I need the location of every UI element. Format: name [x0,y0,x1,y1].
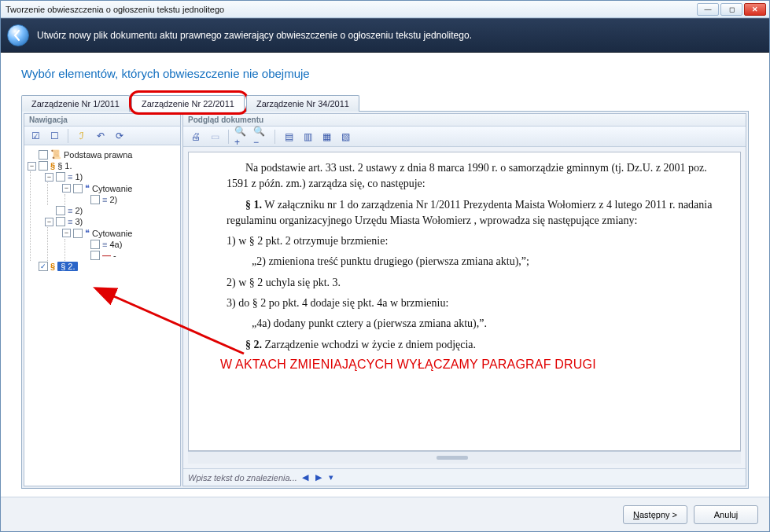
collapse-icon[interactable]: − [62,184,71,193]
check-all-icon[interactable]: ☑ [28,128,43,144]
navigation-title: Nawigacja [24,114,180,127]
collapse-icon[interactable]: − [62,229,71,237]
law-icon: 📜 [50,149,61,160]
tree-label-selected: § 2. [57,262,78,271]
checkbox[interactable] [56,217,65,226]
tree-label: 4a) [109,240,122,249]
tab-zarzadzenie-1-2011[interactable]: Zarządzenie Nr 1/2011 [21,95,130,112]
window-controls: — ◻ ✕ [697,3,766,16]
doc-p5: 2) w § 2 uchyla się pkt. 3. [227,275,729,291]
minimize-button[interactable]: — [697,3,719,16]
tree-4a[interactable]: ≡ 4a) [78,239,179,250]
document-body[interactable]: Na podstawie art. 33 ust. 2 ustawy z dni… [188,152,741,451]
next-button[interactable]: Następny > [623,505,687,524]
checkbox[interactable] [56,206,65,215]
uncheck-all-icon[interactable]: ☐ [46,128,62,144]
dialog-window: Tworzenie obwieszczenia o ogłoszeniu tek… [0,0,770,532]
checkbox[interactable] [73,184,83,193]
doc-p6: 3) do § 2 po pkt. 4 dodaje się pkt. 4a w… [227,295,729,311]
tree-label: 3) [75,217,83,226]
section-icon: § [50,161,55,171]
checkbox[interactable] [90,195,100,204]
layout-2-icon[interactable]: ▥ [300,129,315,145]
tree-label: - [113,251,116,260]
zoom-out-icon[interactable]: 🔍− [253,129,269,145]
doc-p4: „2) zmieniona treść punktu drugiego (pie… [227,254,729,270]
content-area: Wybór elementów, których obwieszczenie n… [1,53,769,497]
search-bar: Wpisz tekst do znalezienia... ◀ ▶ ▾ [183,468,746,486]
minus-icon: — [102,251,111,260]
quote-icon: ❝ [85,183,90,193]
tree-label: Podstawa prawna [64,150,132,160]
wand-icon[interactable]: ℐ [74,128,90,144]
tree-s1[interactable]: − § § 1. [26,160,179,171]
page-heading: Wybór elementów, których obwieszczenie n… [21,67,749,80]
tree-label: § 1. [57,161,72,171]
header-icon [7,24,29,46]
tree-s2[interactable]: ✓ § § 2. [26,261,179,272]
search-placeholder[interactable]: Wpisz tekst do znalezienia... [188,473,297,482]
tab-zarzadzenie-22-2011[interactable]: Zarządzenie Nr 22/2011 [131,95,245,112]
checkbox-checked[interactable]: ✓ [39,262,48,271]
quote-icon: ❝ [85,228,90,238]
tree-dash[interactable]: — - [78,250,179,261]
button-row: Następny > Anuluj [1,497,769,531]
checkbox[interactable] [73,229,83,238]
checkbox[interactable] [56,172,65,182]
header-banner: Utwórz nowy plik dokumentu aktu prawnego… [1,18,769,53]
tree-2[interactable]: ≡ 2) [43,205,179,216]
tree-label: 1) [75,172,83,182]
tree-root[interactable]: 📜 Podstawa prawna [26,149,179,160]
close-button[interactable]: ✕ [744,3,766,16]
tab-label: Zarządzenie Nr 1/2011 [31,99,120,108]
maximize-button[interactable]: ◻ [720,3,742,16]
tree-cytowanie-1[interactable]: − ❝ Cytowanie [61,182,179,194]
doc-p8: § 2. Zarządzenie wchodzi w życie z dniem… [227,337,729,353]
refresh-icon[interactable]: ⟳ [112,128,127,144]
cancel-button[interactable]: Anuluj [694,505,758,524]
list-icon: ≡ [68,217,72,226]
next-button-rest: astępny > [639,510,677,519]
doc-p2-text: W załączniku nr 1 do zarządzenia Nr 1/20… [227,199,712,226]
checkbox[interactable] [90,240,100,249]
zoom-in-icon[interactable]: 🔍+ [234,129,250,145]
tree-label: 2) [109,195,117,204]
navigation-toolbar: ☑ ☐ ℐ ↶ ⟳ [24,127,180,145]
document-panel: Podgląd dokumentu 🖨 ▭ 🔍+ 🔍− ▤ ▥ ▦ ▧ Na p… [182,113,746,486]
refresh-left-icon[interactable]: ↶ [93,128,109,144]
tab-label: Zarządzenie Nr 22/2011 [142,99,234,108]
list-icon: ≡ [102,240,107,249]
doc-p1: Na podstawie art. 33 ust. 2 ustawy z dni… [227,160,729,193]
horizontal-scrollbar[interactable] [188,451,741,464]
list-icon: ≡ [102,195,107,204]
tab-label: Zarządzenie Nr 34/2011 [256,99,349,108]
tree-label: Cytowanie [92,184,132,193]
print-icon[interactable]: 🖨 [188,129,204,145]
doc-p8-text: Zarządzenie wchodzi w życie z dniem podj… [262,339,476,350]
tree-label: Cytowanie [92,229,132,238]
tree: 📜 Podstawa prawna − § § 1. [24,145,180,486]
page-icon[interactable]: ▭ [207,129,223,145]
search-nav-icons[interactable]: ◀ ▶ ▾ [302,472,336,482]
doc-p3: 1) w § 2 pkt. 2 otrzymuje brzmienie: [227,233,729,249]
tree-3[interactable]: − ≡ 3) [43,216,179,227]
annotation-text: W AKTACH ZMIENIAJĄCYCH WYŁĄCZAMY PARAGRA… [220,355,732,373]
tree-cytowanie-2[interactable]: − ❝ Cytowanie [61,227,179,239]
collapse-icon[interactable]: − [45,173,53,182]
layout-1-icon[interactable]: ▤ [281,129,297,145]
checkbox[interactable] [90,251,100,260]
checkbox[interactable] [39,150,48,160]
tab-zarzadzenie-34-2011[interactable]: Zarządzenie Nr 34/2011 [246,95,359,112]
checkbox[interactable] [39,161,48,171]
collapse-icon[interactable]: − [45,218,53,226]
tree-1[interactable]: − ≡ 1) [43,171,179,182]
list-icon: ≡ [68,206,72,215]
window-title: Tworzenie obwieszczenia o ogłoszeniu tek… [4,5,697,14]
layout-4-icon[interactable]: ▧ [337,129,353,145]
navigation-panel: Nawigacja ☑ ☐ ℐ ↶ ⟳ 📜 Podstaw [24,113,181,486]
collapse-icon[interactable]: − [28,162,36,171]
layout-3-icon[interactable]: ▦ [319,129,334,145]
titlebar: Tworzenie obwieszczenia o ogłoszeniu tek… [1,1,769,18]
tree-1-2[interactable]: ≡ 2) [78,194,179,205]
document-toolbar: 🖨 ▭ 🔍+ 🔍− ▤ ▥ ▦ ▧ [183,127,746,147]
